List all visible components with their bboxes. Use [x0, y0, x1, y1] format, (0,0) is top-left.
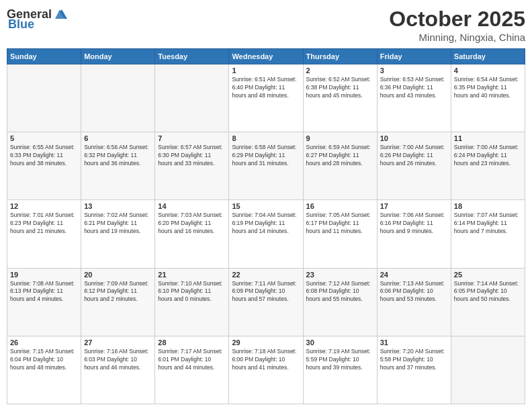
- week-row-5: 26Sunrise: 7:15 AM Sunset: 6:04 PM Dayli…: [7, 336, 525, 404]
- weekday-monday: Monday: [81, 49, 155, 64]
- day-cell: 28Sunrise: 7:17 AM Sunset: 6:01 PM Dayli…: [155, 336, 229, 404]
- logo-blue: Blue: [8, 17, 34, 32]
- day-cell: 6Sunrise: 6:56 AM Sunset: 6:32 PM Daylig…: [81, 132, 155, 200]
- day-cell: 19Sunrise: 7:08 AM Sunset: 6:13 PM Dayli…: [7, 268, 81, 336]
- day-info: Sunrise: 6:57 AM Sunset: 6:30 PM Dayligh…: [158, 144, 226, 168]
- day-cell: 25Sunrise: 7:14 AM Sunset: 6:05 PM Dayli…: [451, 268, 525, 336]
- day-number: 11: [454, 134, 522, 142]
- day-info: Sunrise: 7:09 AM Sunset: 6:12 PM Dayligh…: [84, 280, 152, 304]
- day-cell: 7Sunrise: 6:57 AM Sunset: 6:30 PM Daylig…: [155, 132, 229, 200]
- day-number: 21: [158, 271, 226, 279]
- day-cell: 12Sunrise: 7:01 AM Sunset: 6:23 PM Dayli…: [7, 200, 81, 268]
- day-number: 4: [454, 66, 522, 75]
- logo: General Blue: [7, 7, 68, 32]
- day-cell: 22Sunrise: 7:11 AM Sunset: 6:09 PM Dayli…: [229, 268, 303, 336]
- day-info: Sunrise: 7:14 AM Sunset: 6:05 PM Dayligh…: [454, 280, 522, 304]
- day-number: 14: [158, 202, 226, 210]
- day-number: 17: [380, 202, 448, 210]
- day-info: Sunrise: 7:15 AM Sunset: 6:04 PM Dayligh…: [10, 348, 78, 372]
- day-info: Sunrise: 7:06 AM Sunset: 6:16 PM Dayligh…: [380, 212, 448, 236]
- day-number: 25: [454, 271, 522, 279]
- day-number: 28: [158, 338, 226, 347]
- day-cell: 5Sunrise: 6:55 AM Sunset: 6:33 PM Daylig…: [7, 132, 81, 200]
- day-number: 18: [454, 202, 522, 210]
- day-cell: 18Sunrise: 7:07 AM Sunset: 6:14 PM Dayli…: [451, 200, 525, 268]
- day-cell: 10Sunrise: 7:00 AM Sunset: 6:26 PM Dayli…: [377, 132, 451, 200]
- day-cell: 2Sunrise: 6:52 AM Sunset: 6:38 PM Daylig…: [303, 64, 377, 132]
- day-number: 5: [10, 134, 78, 142]
- day-info: Sunrise: 7:17 AM Sunset: 6:01 PM Dayligh…: [158, 348, 226, 372]
- day-number: 29: [232, 338, 300, 347]
- weekday-header-row: SundayMondayTuesdayWednesdayThursdayFrid…: [7, 49, 525, 64]
- day-cell: 29Sunrise: 7:18 AM Sunset: 6:00 PM Dayli…: [229, 336, 303, 404]
- day-info: Sunrise: 7:16 AM Sunset: 6:03 PM Dayligh…: [84, 348, 152, 372]
- day-cell: 26Sunrise: 7:15 AM Sunset: 6:04 PM Dayli…: [7, 336, 81, 404]
- day-info: Sunrise: 6:53 AM Sunset: 6:36 PM Dayligh…: [380, 76, 448, 100]
- day-number: 13: [84, 202, 152, 210]
- day-cell: 21Sunrise: 7:10 AM Sunset: 6:10 PM Dayli…: [155, 268, 229, 336]
- day-cell: 27Sunrise: 7:16 AM Sunset: 6:03 PM Dayli…: [81, 336, 155, 404]
- day-info: Sunrise: 6:52 AM Sunset: 6:38 PM Dayligh…: [306, 76, 374, 100]
- weekday-thursday: Thursday: [303, 49, 377, 64]
- day-cell: 13Sunrise: 7:02 AM Sunset: 6:21 PM Dayli…: [81, 200, 155, 268]
- day-info: Sunrise: 7:05 AM Sunset: 6:17 PM Dayligh…: [306, 212, 374, 236]
- week-row-1: 1Sunrise: 6:51 AM Sunset: 6:40 PM Daylig…: [7, 64, 525, 132]
- day-info: Sunrise: 6:56 AM Sunset: 6:32 PM Dayligh…: [84, 144, 152, 168]
- day-cell: 30Sunrise: 7:19 AM Sunset: 5:59 PM Dayli…: [303, 336, 377, 404]
- day-info: Sunrise: 7:03 AM Sunset: 6:20 PM Dayligh…: [158, 212, 226, 236]
- day-number: 27: [84, 338, 152, 347]
- day-number: 2: [306, 66, 374, 75]
- day-cell: [7, 64, 81, 132]
- day-cell: 20Sunrise: 7:09 AM Sunset: 6:12 PM Dayli…: [81, 268, 155, 336]
- day-info: Sunrise: 7:07 AM Sunset: 6:14 PM Dayligh…: [454, 212, 522, 236]
- title-block: October 2025 Minning, Ningxia, China: [389, 7, 525, 43]
- day-cell: 15Sunrise: 7:04 AM Sunset: 6:19 PM Dayli…: [229, 200, 303, 268]
- day-number: 10: [380, 134, 448, 142]
- day-info: Sunrise: 7:20 AM Sunset: 5:58 PM Dayligh…: [380, 348, 448, 372]
- day-info: Sunrise: 6:51 AM Sunset: 6:40 PM Dayligh…: [232, 76, 300, 100]
- page: General Blue October 2025 Minning, Ningx…: [0, 0, 532, 411]
- day-info: Sunrise: 7:13 AM Sunset: 6:06 PM Dayligh…: [380, 280, 448, 304]
- day-info: Sunrise: 6:58 AM Sunset: 6:29 PM Dayligh…: [232, 144, 300, 168]
- week-row-3: 12Sunrise: 7:01 AM Sunset: 6:23 PM Dayli…: [7, 200, 525, 268]
- day-info: Sunrise: 7:18 AM Sunset: 6:00 PM Dayligh…: [232, 348, 300, 372]
- month-title: October 2025: [389, 7, 525, 32]
- day-number: 15: [232, 202, 300, 210]
- day-cell: 24Sunrise: 7:13 AM Sunset: 6:06 PM Dayli…: [377, 268, 451, 336]
- day-info: Sunrise: 7:04 AM Sunset: 6:19 PM Dayligh…: [232, 212, 300, 236]
- day-cell: [451, 336, 525, 404]
- day-cell: 23Sunrise: 7:12 AM Sunset: 6:08 PM Dayli…: [303, 268, 377, 336]
- calendar-table: SundayMondayTuesdayWednesdayThursdayFrid…: [7, 48, 525, 404]
- day-number: 1: [232, 66, 300, 75]
- day-cell: 31Sunrise: 7:20 AM Sunset: 5:58 PM Dayli…: [377, 336, 451, 404]
- week-row-2: 5Sunrise: 6:55 AM Sunset: 6:33 PM Daylig…: [7, 132, 525, 200]
- header: General Blue October 2025 Minning, Ningx…: [7, 7, 525, 43]
- day-info: Sunrise: 7:19 AM Sunset: 5:59 PM Dayligh…: [306, 348, 374, 372]
- day-number: 6: [84, 134, 152, 142]
- day-number: 16: [306, 202, 374, 210]
- day-info: Sunrise: 7:01 AM Sunset: 6:23 PM Dayligh…: [10, 212, 78, 236]
- day-cell: [155, 64, 229, 132]
- day-cell: [81, 64, 155, 132]
- day-info: Sunrise: 7:00 AM Sunset: 6:26 PM Dayligh…: [380, 144, 448, 168]
- day-info: Sunrise: 6:55 AM Sunset: 6:33 PM Dayligh…: [10, 144, 78, 168]
- day-cell: 9Sunrise: 6:59 AM Sunset: 6:27 PM Daylig…: [303, 132, 377, 200]
- weekday-sunday: Sunday: [7, 49, 81, 64]
- day-number: 8: [232, 134, 300, 142]
- weekday-tuesday: Tuesday: [155, 49, 229, 64]
- day-number: 26: [10, 338, 78, 347]
- day-number: 12: [10, 202, 78, 210]
- day-info: Sunrise: 7:11 AM Sunset: 6:09 PM Dayligh…: [232, 280, 300, 304]
- day-number: 22: [232, 271, 300, 279]
- day-cell: 14Sunrise: 7:03 AM Sunset: 6:20 PM Dayli…: [155, 200, 229, 268]
- day-cell: 1Sunrise: 6:51 AM Sunset: 6:40 PM Daylig…: [229, 64, 303, 132]
- day-number: 7: [158, 134, 226, 142]
- day-number: 30: [306, 338, 374, 347]
- weekday-saturday: Saturday: [451, 49, 525, 64]
- day-info: Sunrise: 7:12 AM Sunset: 6:08 PM Dayligh…: [306, 280, 374, 304]
- day-number: 3: [380, 66, 448, 75]
- weekday-wednesday: Wednesday: [229, 49, 303, 64]
- week-row-4: 19Sunrise: 7:08 AM Sunset: 6:13 PM Dayli…: [7, 268, 525, 336]
- location-title: Minning, Ningxia, China: [389, 32, 525, 43]
- day-cell: 4Sunrise: 6:54 AM Sunset: 6:35 PM Daylig…: [451, 64, 525, 132]
